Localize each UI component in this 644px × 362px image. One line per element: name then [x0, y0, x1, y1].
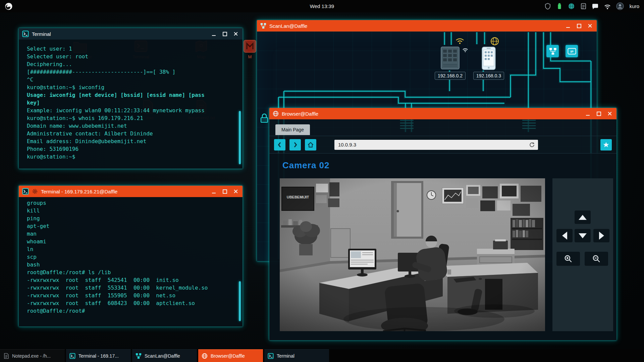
network-device-computer[interactable]: 192.168.0.2 [435, 46, 466, 80]
lock-icon[interactable] [260, 113, 269, 123]
address-bar[interactable] [334, 140, 538, 150]
ip-tag-icon: IP [567, 47, 577, 56]
terminal-output[interactable]: Select user: 1 Selected user: root Decip… [19, 40, 243, 169]
terminal-icon [69, 353, 75, 359]
bookmark-button[interactable] [600, 139, 612, 150]
url-input[interactable] [337, 141, 529, 148]
tasks-icon[interactable] [580, 3, 587, 10]
scanlan-titlebar[interactable]: ScanLan@Daffle [257, 20, 597, 32]
pan-up-button[interactable] [575, 210, 591, 224]
ip-label: 192.168.0.3 [473, 72, 504, 80]
minimize-button[interactable] [210, 188, 217, 195]
taskbar: Notepad.exe - /h... Terminal - 169.17...… [0, 349, 644, 362]
terminal-window: Terminal Select user: 1 Selected user: r… [18, 28, 243, 169]
forward-button[interactable] [289, 139, 301, 150]
maximize-button[interactable] [576, 22, 582, 29]
globe-icon [490, 36, 500, 46]
scrollbar-thumb[interactable] [239, 111, 241, 164]
browser-tab-strip: Main Page [269, 119, 616, 136]
browser-page: Camera 02 [269, 154, 616, 340]
minimize-button[interactable] [210, 31, 217, 37]
username-label: kuro [630, 3, 639, 9]
maximize-button[interactable] [221, 31, 228, 37]
close-button[interactable] [232, 31, 239, 37]
taskbar-item-scanlan[interactable]: ScanLan@Daffle [132, 349, 197, 362]
page-heading: Camera 02 [282, 160, 616, 170]
back-arrow-icon [276, 141, 283, 148]
close-button[interactable] [587, 22, 593, 29]
chat-icon[interactable] [592, 3, 599, 10]
app-icon [243, 40, 257, 53]
right-arrow-icon [599, 232, 604, 240]
pan-right-button[interactable] [593, 229, 609, 242]
minimize-button[interactable] [565, 22, 571, 29]
minimize-button[interactable] [584, 110, 591, 117]
terminal-usage-text: Usage: iwconfig [net device] [bssid] [es… [27, 91, 208, 107]
remote-terminal-titlebar[interactable]: Terminal - 169.179.216.21@Daffle [19, 186, 243, 197]
zoom-in-button[interactable] [556, 252, 580, 266]
scanlan-app-icon [260, 23, 266, 29]
ip-label: 192.168.0.2 [435, 72, 466, 80]
remote-terminal-window: Terminal - 169.179.216.21@Daffle groups … [18, 185, 243, 327]
terminal-app-icon [22, 31, 29, 37]
close-icon [608, 112, 612, 116]
taskbar-item-notepad[interactable]: Notepad.exe - /h... [0, 349, 65, 362]
browser-globe-icon [202, 353, 208, 359]
zoom-in-icon [564, 254, 573, 263]
gear-icon [32, 188, 38, 194]
pan-down-button[interactable] [575, 229, 591, 242]
terminal-text: groups kill ping apt-get man whoami ln s… [27, 199, 234, 315]
close-button[interactable] [606, 110, 613, 117]
maximize-button[interactable] [221, 188, 228, 195]
forward-arrow-icon [291, 141, 299, 148]
notepad-icon [3, 353, 9, 359]
down-arrow-icon [579, 233, 587, 238]
taskbar-item-terminal[interactable]: Terminal [264, 349, 329, 362]
window-title: ScanLan@Daffle [269, 23, 561, 29]
window-title: Terminal [32, 31, 207, 37]
star-icon [602, 141, 610, 148]
close-icon [588, 24, 592, 28]
browser-navbar [269, 136, 616, 154]
smartphone-icon [481, 46, 497, 70]
refresh-icon[interactable] [529, 142, 535, 148]
battery-icon[interactable] [556, 3, 563, 10]
wifi-icon [455, 36, 465, 44]
pan-left-button[interactable] [556, 229, 573, 242]
network-nodes-icon [548, 47, 557, 56]
browser-tab-main-page[interactable]: Main Page [275, 124, 310, 135]
svg-text:IP: IP [570, 50, 573, 53]
system-top-bar: Wed 13:39 [0, 0, 644, 12]
os-logo-icon[interactable] [5, 2, 13, 10]
camera-feed-image: UBEBEMIJIT [280, 178, 545, 331]
taskbar-item-remote-terminal[interactable]: Terminal - 169.17... [66, 349, 131, 362]
camera-controls-panel [552, 178, 613, 331]
desktop: FileExplorer Terminal Map M …exe [0, 0, 644, 362]
network-globe-icon[interactable] [568, 3, 575, 10]
lan-view-button[interactable] [546, 45, 559, 57]
window-title: Browser@Daffle [282, 111, 581, 117]
browser-titlebar[interactable]: Browser@Daffle [269, 108, 616, 119]
terminal-text: Example: iwconfig wlan0 00:11:22:33:44 m… [27, 107, 234, 161]
back-button[interactable] [274, 139, 285, 150]
shield-icon[interactable] [544, 3, 551, 10]
window-title: Terminal - 169.179.216.21@Daffle [41, 189, 207, 194]
close-icon [234, 32, 238, 36]
close-button[interactable] [232, 188, 239, 195]
terminal-titlebar[interactable]: Terminal [19, 28, 243, 40]
clock: Wed 13:39 [310, 3, 334, 9]
user-avatar[interactable] [616, 2, 624, 10]
network-device-phone[interactable]: 192.168.0.3 [473, 46, 504, 80]
wifi-icon[interactable] [604, 3, 611, 10]
zoom-out-icon [592, 254, 601, 263]
up-arrow-icon [579, 215, 587, 220]
terminal-output[interactable]: groups kill ping apt-get man whoami ln s… [19, 197, 243, 326]
taskbar-item-browser[interactable]: Browser@Daffle [198, 349, 263, 362]
scrollbar-thumb[interactable] [239, 281, 241, 321]
maximize-button[interactable] [595, 110, 602, 117]
zoom-out-button[interactable] [585, 252, 608, 266]
scanlan-icon [136, 353, 142, 359]
browser-window: Browser@Daffle Main Page [269, 108, 617, 341]
home-button[interactable] [305, 139, 316, 150]
ip-view-button[interactable]: IP [566, 45, 578, 57]
